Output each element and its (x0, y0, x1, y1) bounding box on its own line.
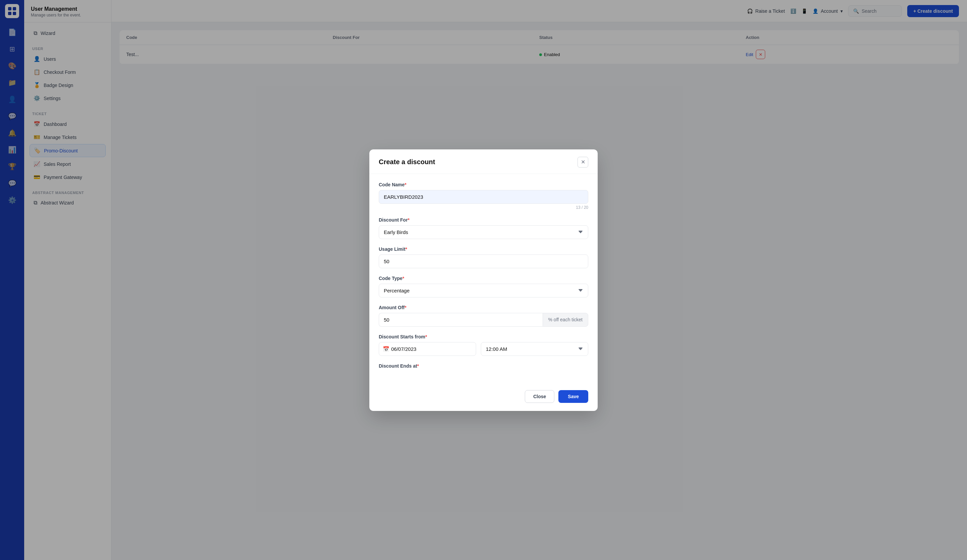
close-button[interactable]: Close (525, 390, 554, 403)
amount-off-group: Amount Off* % off each ticket (379, 305, 588, 327)
discount-ends-group: Discount Ends at* (379, 363, 588, 369)
modal-title: Create a discount (379, 158, 435, 166)
code-name-label: Code Name* (379, 182, 588, 187)
required-marker7: * (417, 363, 419, 369)
discount-for-label: Discount For* (379, 217, 588, 222)
save-button[interactable]: Save (558, 390, 588, 403)
required-marker4: * (403, 276, 404, 281)
code-type-label: Code Type* (379, 276, 588, 281)
start-time-select[interactable]: 12:00 AM 12:30 AM 1:00 AM 6:00 AM 9:00 A… (481, 342, 588, 356)
required-marker6: * (425, 334, 427, 339)
amount-off-label: Amount Off* (379, 305, 588, 310)
usage-limit-label: Usage Limit* (379, 246, 588, 252)
discount-starts-group: Discount Starts from* 📅 12:00 AM 12:30 A… (379, 334, 588, 356)
usage-limit-input[interactable] (379, 254, 588, 268)
amount-off-input[interactable] (379, 313, 543, 327)
modal-footer: Close Save (369, 384, 598, 411)
required-marker: * (404, 182, 406, 187)
code-type-group: Code Type* Percentage Fixed Amount (379, 276, 588, 298)
modal-body: Code Name* 13 / 20 Discount For* Early B… (369, 174, 598, 384)
amount-suffix: % off each ticket (543, 313, 588, 327)
create-discount-modal: Create a discount ✕ Code Name* 13 / 20 D… (369, 150, 598, 411)
amount-row: % off each ticket (379, 313, 588, 327)
discount-for-group: Discount For* Early Birds Standard VIP A… (379, 217, 588, 239)
discount-ends-label: Discount Ends at* (379, 363, 588, 369)
code-name-input[interactable] (379, 190, 588, 204)
calendar-icon: 📅 (383, 346, 389, 352)
char-count: 13 / 20 (379, 205, 588, 210)
date-input-wrap: 📅 (379, 342, 476, 356)
required-marker5: * (404, 305, 406, 310)
required-marker2: * (408, 217, 409, 222)
usage-limit-group: Usage Limit* (379, 246, 588, 268)
required-marker3: * (405, 246, 407, 252)
date-row: 📅 12:00 AM 12:30 AM 1:00 AM 6:00 AM 9:00… (379, 342, 588, 356)
discount-starts-label: Discount Starts from* (379, 334, 588, 339)
code-name-group: Code Name* 13 / 20 (379, 182, 588, 210)
start-date-input[interactable] (379, 342, 476, 356)
code-type-select[interactable]: Percentage Fixed Amount (379, 284, 588, 298)
discount-for-select[interactable]: Early Birds Standard VIP All (379, 225, 588, 239)
modal-header: Create a discount ✕ (369, 150, 598, 174)
modal-overlay[interactable]: Create a discount ✕ Code Name* 13 / 20 D… (0, 0, 967, 560)
modal-close-button[interactable]: ✕ (578, 157, 588, 168)
